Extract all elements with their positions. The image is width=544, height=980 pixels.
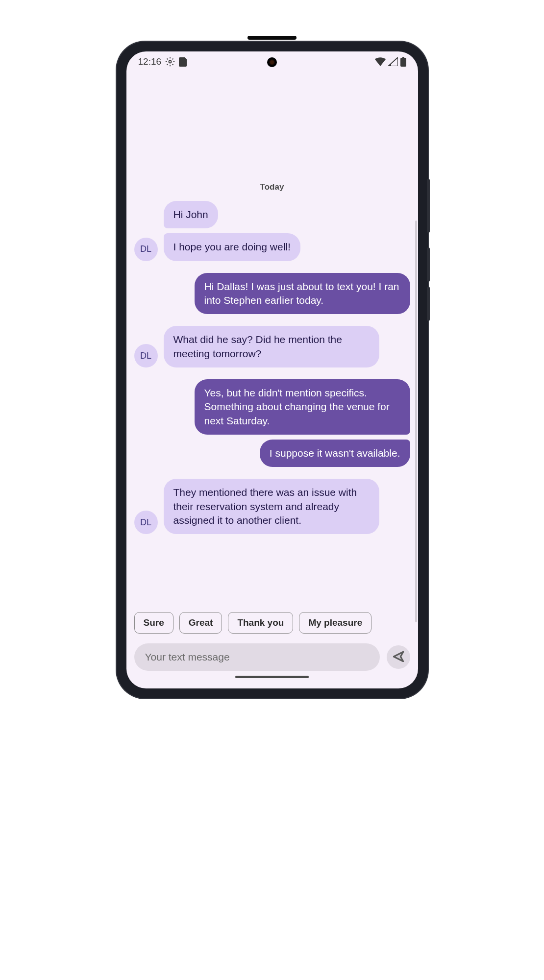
settings-icon [165, 57, 175, 67]
message-bubble-outgoing[interactable]: I suppose it wasn't available. [260, 440, 410, 467]
navigation-bar[interactable] [126, 676, 418, 688]
suggestion-chip[interactable]: My pleasure [299, 612, 371, 634]
sd-card-icon [179, 57, 187, 67]
phone-screen: 12:16 [126, 51, 418, 688]
message-input[interactable] [134, 643, 380, 671]
svg-rect-2 [400, 58, 406, 67]
wifi-icon [375, 57, 386, 66]
send-icon [392, 650, 405, 664]
message-row: DL What did he say? Did he mention the m… [134, 326, 410, 368]
message-row: Hi Dallas! I was just about to text you!… [134, 273, 410, 315]
signal-icon [388, 57, 398, 66]
suggestion-chip[interactable]: Great [179, 612, 223, 634]
phone-earpiece [247, 36, 297, 40]
svg-rect-1 [402, 57, 404, 58]
scrollbar[interactable] [415, 220, 417, 622]
message-row: DL I hope you are doing well! [134, 233, 410, 261]
contact-avatar[interactable]: DL [134, 238, 158, 261]
chat-container[interactable]: Today Hi John DL I hope you are doing we… [126, 72, 418, 607]
message-row: Hi John [134, 201, 410, 228]
front-camera [267, 57, 277, 67]
contact-avatar[interactable]: DL [134, 511, 158, 534]
contact-avatar[interactable]: DL [134, 344, 158, 368]
input-bar [126, 638, 418, 676]
volume-up-button [427, 247, 430, 282]
message-row: I suppose it wasn't available. [134, 440, 410, 467]
status-time: 12:16 [138, 56, 162, 67]
suggestion-chip[interactable]: Sure [134, 612, 173, 634]
message-bubble-incoming[interactable]: What did he say? Did he mention the meet… [164, 326, 379, 368]
status-left: 12:16 [138, 56, 187, 67]
volume-down-button [427, 287, 430, 321]
message-bubble-incoming[interactable]: Hi John [164, 201, 218, 228]
status-right [375, 57, 406, 67]
suggestion-chip[interactable]: Thank you [228, 612, 293, 634]
date-divider: Today [134, 182, 410, 192]
message-row: Yes, but he didn't mention specifics. So… [134, 379, 410, 435]
svg-point-0 [169, 61, 172, 63]
suggestion-bar: Sure Great Thank you My pleasure [126, 607, 418, 638]
message-bubble-incoming[interactable]: They mentioned there was an issue with t… [164, 479, 379, 534]
send-button[interactable] [387, 645, 410, 669]
power-button [427, 179, 430, 233]
message-row: DL They mentioned there was an issue wit… [134, 479, 410, 534]
message-bubble-incoming[interactable]: I hope you are doing well! [164, 233, 300, 261]
battery-icon [400, 57, 406, 67]
message-bubble-outgoing[interactable]: Yes, but he didn't mention specifics. So… [195, 379, 410, 435]
message-bubble-outgoing[interactable]: Hi Dallas! I was just about to text you!… [195, 273, 410, 315]
phone-frame: 12:16 [117, 42, 428, 698]
nav-indicator[interactable] [235, 676, 309, 678]
